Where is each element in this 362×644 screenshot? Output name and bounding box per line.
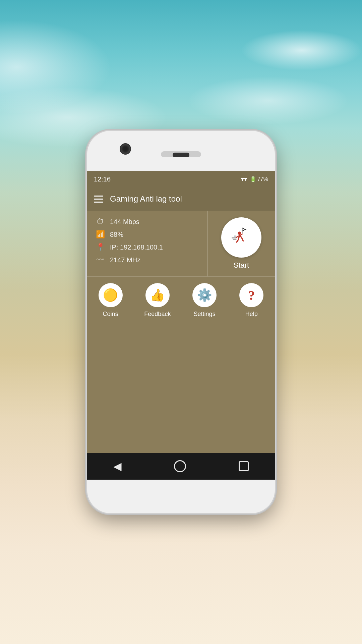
speed-icon: ⏱ bbox=[96, 217, 105, 226]
feedback-icon: 👍 bbox=[150, 288, 165, 302]
coins-menu-item[interactable]: 🟡 Coins bbox=[87, 277, 134, 324]
location-icon: 📍 bbox=[96, 243, 105, 252]
phone-top bbox=[87, 131, 275, 171]
start-label: Start bbox=[234, 261, 249, 270]
nav-bar: ◀ bbox=[87, 453, 275, 480]
menu-line-1 bbox=[94, 196, 103, 197]
help-icon-circle: ? bbox=[239, 283, 263, 307]
help-icon: ? bbox=[248, 287, 255, 303]
frequency-icon: 〰 bbox=[96, 256, 105, 264]
help-label: Help bbox=[245, 311, 258, 318]
phone-screen: 12:16 ▾▾ 🔋 77% Gaming Anti lag tool bbox=[87, 171, 275, 480]
camera bbox=[121, 144, 130, 154]
svg-rect-5 bbox=[244, 230, 246, 231]
battery-icon: 🔋 77% bbox=[250, 176, 268, 182]
svg-rect-6 bbox=[243, 228, 243, 233]
settings-menu-item[interactable]: ⚙️ Settings bbox=[181, 277, 228, 324]
signal-icon: 📶 bbox=[96, 230, 105, 239]
menu-line-2 bbox=[94, 199, 103, 200]
signal-value: 88% bbox=[110, 231, 123, 238]
start-section: Start bbox=[208, 211, 275, 276]
bottom-menu: 🟡 Coins 👍 Feedback ⚙️ Settings bbox=[87, 277, 275, 324]
stats-section: ⏱ 144 Mbps 📶 88% 📍 IP: 192.168.100.1 〰 2… bbox=[87, 211, 275, 277]
phone-frame: 12:16 ▾▾ 🔋 77% Gaming Anti lag tool bbox=[87, 131, 275, 513]
coins-icon-circle: 🟡 bbox=[99, 283, 123, 307]
recent-icon bbox=[239, 461, 249, 471]
speed-value: 144 Mbps bbox=[110, 218, 139, 226]
freq-stat: 〰 2147 MHz bbox=[96, 256, 199, 264]
content-area bbox=[87, 324, 275, 453]
freq-value: 2147 MHz bbox=[110, 256, 140, 264]
feedback-menu-item[interactable]: 👍 Feedback bbox=[134, 277, 181, 324]
stats-left: ⏱ 144 Mbps 📶 88% 📍 IP: 192.168.100.1 〰 2… bbox=[87, 211, 208, 276]
app-title: Gaming Anti lag tool bbox=[110, 194, 182, 204]
settings-icon-circle: ⚙️ bbox=[192, 283, 217, 307]
status-bar: 12:16 ▾▾ 🔋 77% bbox=[87, 171, 275, 187]
ip-stat: 📍 IP: 192.168.100.1 bbox=[96, 243, 199, 252]
settings-icon: ⚙️ bbox=[197, 288, 212, 302]
help-menu-item[interactable]: ? Help bbox=[228, 277, 275, 324]
home-button[interactable] bbox=[174, 460, 186, 472]
feedback-icon-circle: 👍 bbox=[145, 283, 170, 307]
speed-stat: ⏱ 144 Mbps bbox=[96, 217, 199, 226]
svg-line-12 bbox=[237, 239, 239, 242]
recent-button[interactable] bbox=[239, 461, 249, 471]
hamburger-menu-button[interactable] bbox=[94, 196, 103, 203]
toolbar: Gaming Anti lag tool bbox=[87, 187, 275, 211]
earpiece bbox=[173, 153, 189, 157]
phone-bottom bbox=[87, 480, 275, 513]
svg-rect-1 bbox=[244, 228, 246, 229]
home-icon bbox=[174, 460, 186, 472]
back-icon: ◀ bbox=[113, 460, 122, 473]
svg-line-13 bbox=[242, 238, 243, 241]
wifi-icon: ▾▾ bbox=[241, 175, 247, 183]
settings-label: Settings bbox=[194, 311, 216, 318]
menu-line-3 bbox=[94, 202, 103, 203]
start-button[interactable] bbox=[221, 217, 261, 258]
signal-stat: 📶 88% bbox=[96, 230, 199, 239]
coins-label: Coins bbox=[103, 311, 118, 318]
svg-line-10 bbox=[236, 236, 239, 237]
coins-icon: 🟡 bbox=[103, 288, 118, 302]
app-screen: 12:16 ▾▾ 🔋 77% Gaming Anti lag tool bbox=[87, 171, 275, 480]
feedback-label: Feedback bbox=[144, 311, 171, 318]
status-icons: ▾▾ 🔋 77% bbox=[241, 175, 268, 183]
ip-value: IP: 192.168.100.1 bbox=[110, 244, 163, 251]
svg-rect-3 bbox=[244, 229, 246, 230]
back-button[interactable]: ◀ bbox=[113, 460, 122, 473]
status-time: 12:16 bbox=[94, 175, 111, 183]
